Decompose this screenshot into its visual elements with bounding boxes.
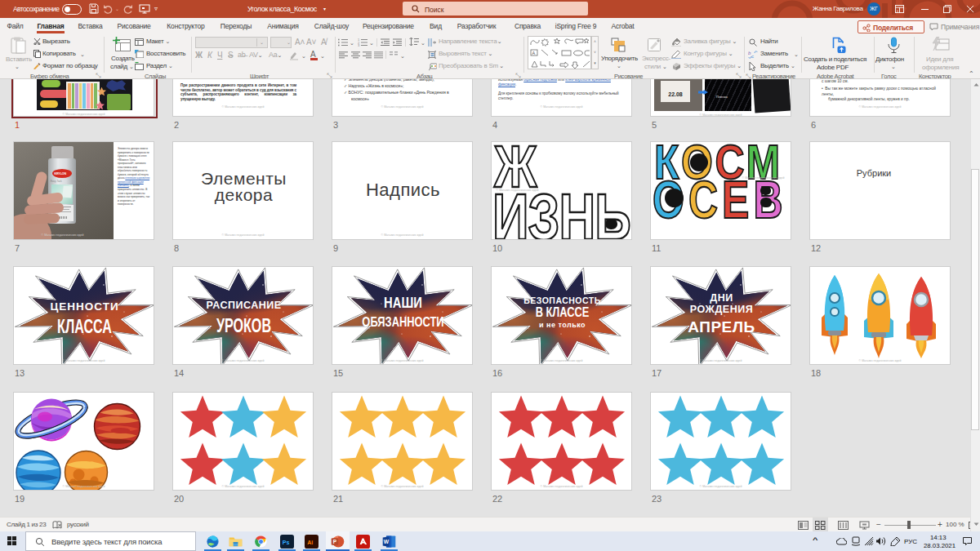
svg-text:W: W	[384, 539, 390, 544]
svg-text:А: А	[532, 51, 536, 56]
svg-text:c: c	[751, 54, 754, 59]
svg-text:Ps: Ps	[283, 539, 290, 545]
svg-text:3: 3	[358, 43, 360, 47]
svg-text:Ai: Ai	[307, 539, 313, 545]
